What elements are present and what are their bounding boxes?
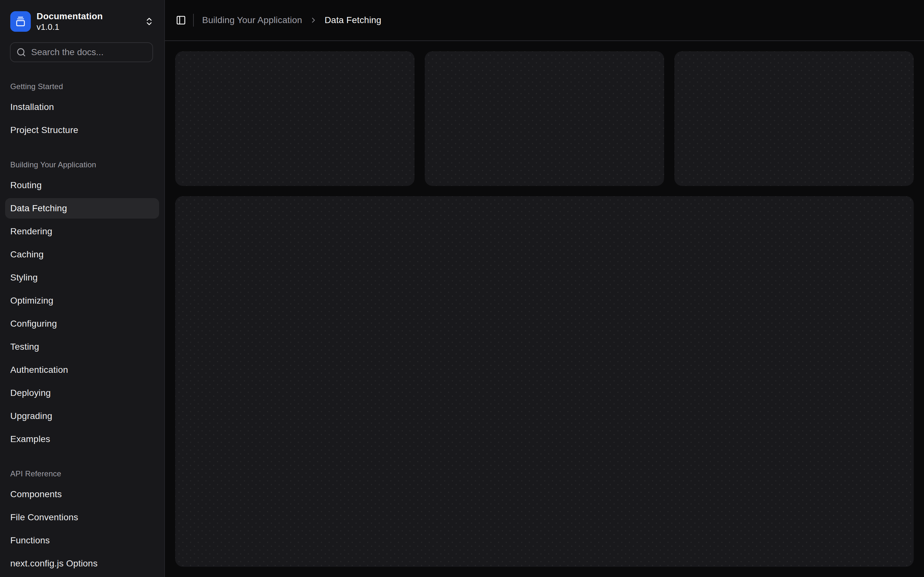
- app-title: Documentation: [37, 11, 103, 22]
- sidebar-item-file-conventions[interactable]: File Conventions: [5, 507, 159, 528]
- sidebar-item-components[interactable]: Components: [5, 484, 159, 504]
- sidebar-item-examples[interactable]: Examples: [5, 429, 159, 450]
- placeholder-card: [674, 51, 914, 186]
- sidebar-item-testing[interactable]: Testing: [5, 337, 159, 357]
- sidebar-item-caching[interactable]: Caching: [5, 244, 159, 265]
- sidebar-group-getting-started: Getting StartedInstallationProject Struc…: [5, 81, 159, 140]
- panel-left-icon: [176, 15, 186, 25]
- placeholder-card: [425, 51, 664, 186]
- sidebar-item-authentication[interactable]: Authentication: [5, 359, 159, 380]
- sidebar-item-styling[interactable]: Styling: [5, 268, 159, 288]
- sidebar-menu: RoutingData FetchingRenderingCachingStyl…: [5, 175, 159, 450]
- search-box: [10, 42, 153, 62]
- sidebar-item-optimizing[interactable]: Optimizing: [5, 290, 159, 311]
- sidebar-item-routing[interactable]: Routing: [5, 175, 159, 195]
- sidebar-group-api-reference: API ReferenceComponentsFile ConventionsF…: [5, 469, 159, 574]
- placeholder-card-row: [175, 51, 914, 186]
- sidebar-header: Documentation v1.0.1: [0, 0, 164, 37]
- sidebar-item-functions[interactable]: Functions: [5, 530, 159, 551]
- sidebar-group-building-your-application: Building Your ApplicationRoutingData Fet…: [5, 160, 159, 450]
- placeholder-card: [175, 51, 415, 186]
- sidebar-group-label: API Reference: [5, 469, 159, 479]
- header-separator: [193, 14, 194, 27]
- sidebar: Documentation v1.0.1 Getting StartedInst…: [0, 0, 165, 577]
- app-logo-icon: [10, 11, 31, 32]
- workspace-info: Documentation v1.0.1: [37, 11, 103, 32]
- placeholder-hero-card: [175, 196, 914, 567]
- sidebar-item-upgrading[interactable]: Upgrading: [5, 406, 159, 426]
- workspace-switcher-button[interactable]: Documentation v1.0.1: [5, 6, 159, 37]
- chevrons-up-down-icon: [144, 17, 154, 26]
- sidebar-item-project-structure[interactable]: Project Structure: [5, 120, 159, 140]
- breadcrumb: Building Your Application Data Fetching: [202, 15, 381, 25]
- main-area: Building Your Application Data Fetching: [165, 0, 924, 577]
- main-header: Building Your Application Data Fetching: [165, 0, 924, 41]
- search-icon: [16, 47, 26, 57]
- sidebar-item-deploying[interactable]: Deploying: [5, 383, 159, 403]
- app-version: v1.0.1: [37, 22, 103, 32]
- sidebar-item-data-fetching[interactable]: Data Fetching: [5, 198, 159, 219]
- page-content: [165, 41, 924, 577]
- sidebar-item-next-config-js-options[interactable]: next.config.js Options: [5, 553, 159, 574]
- sidebar-groups: Getting StartedInstallationProject Struc…: [0, 62, 164, 577]
- sidebar-item-installation[interactable]: Installation: [5, 97, 159, 117]
- sidebar-menu: ComponentsFile ConventionsFunctionsnext.…: [5, 484, 159, 574]
- sidebar-menu: InstallationProject Structure: [5, 97, 159, 140]
- sidebar-group-label: Building Your Application: [5, 160, 159, 170]
- chevron-right-icon: [309, 16, 318, 24]
- sidebar-item-configuring[interactable]: Configuring: [5, 314, 159, 334]
- sidebar-item-rendering[interactable]: Rendering: [5, 221, 159, 242]
- breadcrumb-section-link[interactable]: Building Your Application: [202, 15, 302, 25]
- breadcrumb-current-page: Data Fetching: [325, 15, 381, 25]
- sidebar-group-label: Getting Started: [5, 81, 159, 92]
- search-input[interactable]: [31, 47, 147, 57]
- sidebar-toggle-button[interactable]: [172, 11, 190, 29]
